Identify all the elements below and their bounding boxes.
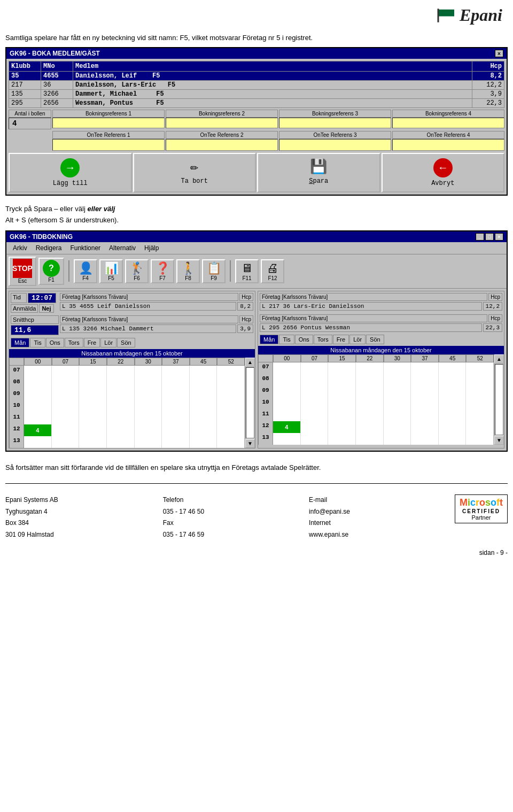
- right-cell-11-5[interactable]: [411, 409, 439, 421]
- tidbokning-minimize-button[interactable]: _: [476, 233, 484, 241]
- left-cell-11-0[interactable]: [24, 413, 52, 424]
- left-cell-11-5[interactable]: [162, 413, 190, 424]
- left-cell-12-3[interactable]: [107, 424, 135, 436]
- right-cell-12-6[interactable]: [439, 421, 467, 433]
- right-scroll-down[interactable]: ▼: [494, 436, 504, 445]
- right-cell-11-3[interactable]: [356, 409, 384, 421]
- right-cell-11-4[interactable]: [384, 409, 411, 421]
- left-cell-09-6[interactable]: [190, 389, 217, 401]
- ontee3-input[interactable]: [279, 139, 391, 151]
- left-cell-08-7[interactable]: [217, 377, 245, 389]
- left-cell-10-3[interactable]: [107, 401, 135, 413]
- left-scroll-up[interactable]: ▲: [245, 358, 255, 367]
- left-cell-08-2[interactable]: [79, 377, 107, 389]
- bokref3-input[interactable]: [279, 118, 391, 128]
- right-cell-09-6[interactable]: [439, 386, 467, 398]
- left-cell-13-6[interactable]: [190, 436, 217, 448]
- right-cell-12-5[interactable]: [411, 421, 439, 433]
- ta-bort-button[interactable]: ✏️ Ta bort: [133, 153, 256, 192]
- left-cell-07-0[interactable]: [24, 366, 52, 377]
- left-cell-13-3[interactable]: [107, 436, 135, 448]
- right-day-lor[interactable]: Lör: [349, 335, 366, 344]
- toolbar-f4-button[interactable]: 👤 F4: [74, 259, 97, 283]
- left-day-tors[interactable]: Tors: [65, 338, 83, 347]
- right-cell-13-5[interactable]: [411, 433, 439, 445]
- left-cell-10-2[interactable]: [79, 401, 107, 413]
- right-cell-07-3[interactable]: [356, 362, 384, 374]
- right-cell-08-6[interactable]: [439, 374, 467, 386]
- menu-hjalp[interactable]: Hjälp: [140, 243, 163, 253]
- left-cell-10-0[interactable]: [24, 401, 52, 413]
- right-cell-09-5[interactable]: [411, 386, 439, 398]
- left-cell-13-1[interactable]: [52, 436, 80, 448]
- right-cell-08-2[interactable]: [328, 374, 356, 386]
- left-cell-09-7[interactable]: [217, 389, 245, 401]
- boka-close-button[interactable]: ×: [495, 50, 503, 57]
- right-cell-12-4[interactable]: [384, 421, 411, 433]
- bokref4-input[interactable]: [392, 118, 504, 128]
- right-day-tis[interactable]: Tis: [279, 335, 294, 344]
- ontee2-input[interactable]: [166, 139, 278, 151]
- menu-funktioner[interactable]: Funktioner: [66, 243, 105, 253]
- left-cell-09-2[interactable]: [79, 389, 107, 401]
- bokref1-input[interactable]: [52, 118, 165, 128]
- left-cell-11-2[interactable]: [79, 413, 107, 424]
- right-cell-13-4[interactable]: [384, 433, 411, 445]
- left-cell-12-6[interactable]: [190, 424, 217, 436]
- table-row[interactable]: 217 36 Danielsson, Lars-Eric F5 12,2: [9, 81, 504, 90]
- right-cell-07-0[interactable]: [273, 362, 301, 374]
- menu-arkiv[interactable]: Arkiv: [9, 243, 32, 253]
- right-cell-08-4[interactable]: [384, 374, 411, 386]
- right-cell-09-2[interactable]: [328, 386, 356, 398]
- ontee4-input[interactable]: [392, 139, 504, 151]
- left-cell-12-1[interactable]: [52, 424, 80, 436]
- right-cell-09-7[interactable]: [466, 386, 494, 398]
- left-cell-11-1[interactable]: [52, 413, 80, 424]
- toolbar-f7-button[interactable]: ❓ F7: [151, 259, 174, 283]
- left-cell-09-3[interactable]: [107, 389, 135, 401]
- left-cell-09-4[interactable]: [135, 389, 162, 401]
- right-cell-10-3[interactable]: [356, 398, 384, 409]
- left-day-fre[interactable]: Fre: [84, 338, 100, 347]
- right-day-son[interactable]: Sön: [366, 335, 384, 344]
- right-cell-07-2[interactable]: [328, 362, 356, 374]
- left-day-son[interactable]: Sön: [117, 338, 135, 347]
- left-day-ons[interactable]: Ons: [46, 338, 64, 347]
- right-cell-10-4[interactable]: [384, 398, 411, 409]
- right-cell-11-1[interactable]: [301, 409, 329, 421]
- toolbar-f5-button[interactable]: 📊 F5: [99, 259, 123, 283]
- right-cell-13-3[interactable]: [356, 433, 384, 445]
- right-cell-08-7[interactable]: [466, 374, 494, 386]
- left-cell-07-1[interactable]: [52, 366, 80, 377]
- right-cell-13-7[interactable]: [466, 433, 494, 445]
- right-cell-08-1[interactable]: [301, 374, 329, 386]
- right-cell-12-2[interactable]: [328, 421, 356, 433]
- right-cell-11-6[interactable]: [439, 409, 467, 421]
- menu-alternativ[interactable]: Alternativ: [105, 243, 140, 253]
- left-cell-11-7[interactable]: [217, 413, 245, 424]
- left-cell-09-5[interactable]: [162, 389, 190, 401]
- right-cell-12-3[interactable]: [356, 421, 384, 433]
- left-cell-08-6[interactable]: [190, 377, 217, 389]
- avbryt-button[interactable]: ← Avbryt: [382, 153, 505, 192]
- left-cell-13-5[interactable]: [162, 436, 190, 448]
- left-cell-12-0[interactable]: 4: [24, 424, 52, 436]
- right-cell-12-1[interactable]: [301, 421, 329, 433]
- right-cell-10-6[interactable]: [439, 398, 467, 409]
- right-cell-07-5[interactable]: [411, 362, 439, 374]
- left-cell-09-1[interactable]: [52, 389, 80, 401]
- left-cell-07-2[interactable]: [79, 366, 107, 377]
- left-cell-07-6[interactable]: [190, 366, 217, 377]
- left-cell-07-5[interactable]: [162, 366, 190, 377]
- right-cell-13-6[interactable]: [439, 433, 467, 445]
- left-cell-13-0[interactable]: [24, 436, 52, 448]
- right-day-ons[interactable]: Ons: [295, 335, 313, 344]
- left-day-tis[interactable]: Tis: [30, 338, 45, 347]
- right-cell-10-0[interactable]: [273, 398, 301, 409]
- toolbar-esc-button[interactable]: STOP Esc: [9, 257, 36, 286]
- left-cell-10-6[interactable]: [190, 401, 217, 413]
- left-cell-08-1[interactable]: [52, 377, 80, 389]
- left-cell-07-3[interactable]: [107, 366, 135, 377]
- left-cell-07-7[interactable]: [217, 366, 245, 377]
- toolbar-f6-button[interactable]: 🏌 F6: [125, 259, 149, 283]
